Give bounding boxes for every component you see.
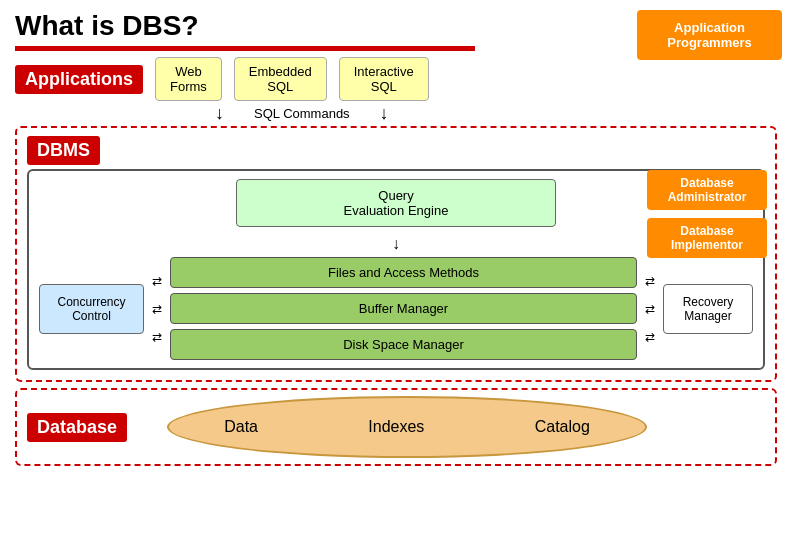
database-ellipse: Data Indexes Catalog [167, 396, 647, 458]
indexes-item: Indexes [368, 418, 424, 436]
left-arrows: ⇄ ⇄ ⇄ [152, 274, 162, 344]
concurrency-control-box: Concurrency Control [39, 284, 144, 334]
applications-label: Applications [15, 65, 143, 94]
right-arrows: ⇄ ⇄ ⇄ [645, 274, 655, 344]
app-programmers-box: Application Programmers [637, 10, 782, 60]
dbms-section: DBMS Query Evaluation Engine ↓ Concurren… [15, 126, 777, 382]
query-engine-box: Query Evaluation Engine [236, 179, 556, 227]
red-divider [15, 46, 475, 51]
applications-label-wrap: Applications [15, 65, 145, 94]
applications-boxes: WebForms EmbeddedSQL InteractiveSQL [155, 57, 429, 101]
catalog-item: Catalog [535, 418, 590, 436]
sql-commands-row: ↓ SQL Commands ↓ [215, 103, 777, 124]
recovery-manager-box: Recovery Manager [663, 284, 753, 334]
right-orange-boxes: Database Administrator Database Implemen… [647, 170, 767, 258]
applications-row: Applications WebForms EmbeddedSQL Intera… [15, 57, 777, 101]
db-administrator-box: Database Administrator [647, 170, 767, 210]
arrow-down-2: ↓ [380, 103, 389, 124]
center-stack: Files and Access Methods Buffer Manager … [170, 257, 637, 360]
web-forms-box: WebForms [155, 57, 222, 101]
main-page: What is DBS? Application Programmers App… [0, 0, 792, 551]
database-label: Database [27, 413, 127, 442]
arrow-down-1: ↓ [215, 103, 224, 124]
database-label-row: Database Data Indexes Catalog [27, 396, 765, 458]
disk-space-box: Disk Space Manager [170, 329, 637, 360]
arrow-query-to-files: ↓ [39, 235, 753, 253]
embedded-sql-box: EmbeddedSQL [234, 57, 327, 101]
dbms-label: DBMS [27, 136, 100, 165]
dbms-label-row: DBMS [27, 136, 765, 165]
database-section: Database Data Indexes Catalog [15, 388, 777, 466]
dbms-middle-row: Concurrency Control ⇄ ⇄ ⇄ Files and Acce… [39, 257, 753, 360]
data-item: Data [224, 418, 258, 436]
sql-commands-text: SQL Commands [254, 106, 350, 121]
files-access-box: Files and Access Methods [170, 257, 637, 288]
buffer-manager-box: Buffer Manager [170, 293, 637, 324]
db-implementor-box: Database Implementor [647, 218, 767, 258]
interactive-sql-box: InteractiveSQL [339, 57, 429, 101]
